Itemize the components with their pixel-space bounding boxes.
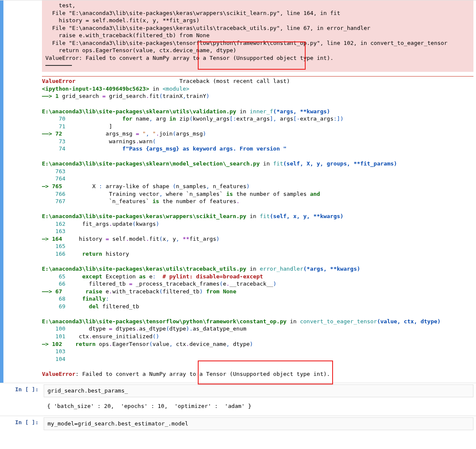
frame4-l67: ——> 67 raise e.with_traceback(filtered_t… [42, 288, 473, 295]
frame3-l166: 166 return history [42, 250, 473, 258]
prompt-area [3, 0, 42, 383]
cell-content: grid_search.best_params_ { 'batch_size' … [42, 383, 476, 416]
cell-bar [0, 416, 3, 433]
error-line: history = self.model.fit(x, y, **fit_arg… [45, 17, 470, 24]
error-line: File "E:\anaconda3\lib\site-packages\ker… [45, 9, 470, 17]
frame4-path: E:\anaconda3\lib\site-packages\keras\uti… [42, 265, 473, 273]
frame4-l69: 69 del filtered_tb [42, 303, 473, 310]
cell-active-bar [0, 0, 3, 383]
frame5-l101: 101 ctx.ensure_initialized() [42, 333, 473, 340]
error-line: return ops.EagerTensor(value, ctx.device… [45, 47, 470, 54]
frame4-l65: 65 except Exception as e: # pylint: disa… [42, 273, 473, 281]
frame2-l765: —> 765 X : array-like of shape (n_sample… [42, 183, 473, 190]
code-text: grid_search.best_params_ [48, 387, 470, 395]
frame5-l104: 104 [42, 355, 473, 363]
stderr-block: test, File "E:\anaconda3\lib\site-packag… [42, 0, 473, 72]
code-cell[interactable]: In [ ]: grid_search.best_params_ { 'batc… [0, 383, 476, 416]
error-line: ValueError: Failed to convert a NumPy ar… [45, 54, 470, 62]
cell-bar [0, 383, 3, 416]
traceback-block: ValueError Traceback (most recent call l… [42, 74, 473, 380]
error-line: raise e.with_traceback(filtered_tb) from… [45, 32, 470, 39]
frame5-l102: —> 102 return ops.EagerTensor(value, ctx… [42, 340, 473, 348]
frame4-l68: 68 finally: [42, 295, 473, 303]
prompt: In [ ]: [3, 416, 42, 433]
frame1-l70: 70 for name, arg in zip(kwonly_args[:ext… [42, 115, 473, 123]
frame5-l100: 100 dtype = dtypes.as_dtype(dtype).as_da… [42, 325, 473, 333]
output-cell-error: test, File "E:\anaconda3\lib\site-packag… [0, 0, 476, 383]
frame1-l72: ——> 72 args_msg = ", ".join(args_msg) [42, 130, 473, 138]
code-input[interactable]: my_model=grid_search.best_estimator_.mod… [44, 417, 473, 430]
frame2-l764: 764 [42, 175, 473, 183]
code-text: my_model=grid_search.best_estimator_.mod… [48, 420, 470, 428]
divider [42, 76, 473, 77]
tb-label: Traceback (most recent call last) [179, 78, 290, 84]
error-line: File "E:\anaconda3\lib\site-packages\ker… [45, 24, 470, 32]
frame3-l163: 163 [42, 227, 473, 235]
tb-source: <ipython-input-143-409649bc5623> in <mod… [42, 85, 473, 93]
src: <ipython-input-143-409649bc5623> [42, 86, 149, 92]
frame5-path: E:\anaconda3\lib\site-packages\tensorflo… [42, 318, 473, 325]
frame3-l164: —> 164 history = self.model.fit(x, y, **… [42, 235, 473, 243]
frame1-path: E:\anaconda3\lib\site-packages\sklearn\u… [42, 108, 473, 115]
frame3-path: E:\anaconda3\lib\site-packages\keras\wra… [42, 213, 473, 220]
frame1-l71: 71 ] [42, 123, 473, 130]
src-in: in [149, 86, 162, 92]
code-input[interactable]: grid_search.best_params_ [44, 384, 473, 397]
final-error: ValueError: Failed to convert a NumPy ar… [42, 370, 473, 378]
error-line: test, [45, 2, 470, 9]
frame3-l165: 165 [42, 242, 473, 250]
output-content: test, File "E:\anaconda3\lib\site-packag… [42, 0, 476, 383]
frame2-path: E:\anaconda3\lib\site-packages\sklearn\m… [42, 160, 473, 168]
frame0: ——> 1 grid_search = grid_search.fit(trai… [42, 92, 473, 100]
cell-output: { 'batch_size' : 20, 'epochs' : 10, 'opt… [44, 397, 473, 414]
src-mod: <module> [163, 86, 190, 92]
output-text: { 'batch_size' : 20, 'epochs' : 10, 'opt… [47, 402, 470, 410]
frame1-l73: 73 warnings.warn( [42, 138, 473, 145]
underline [45, 65, 72, 66]
cell-content: my_model=grid_search.best_estimator_.mod… [42, 416, 476, 433]
tb-header: ValueError Traceback (most recent call l… [42, 77, 473, 85]
err-name: ValueError [42, 78, 75, 84]
code-cell[interactable]: In [ ]: my_model=grid_search.best_estima… [0, 416, 476, 433]
frame2-l767: 767 `n_features` is the number of featur… [42, 198, 473, 205]
prompt: In [ ]: [3, 383, 42, 416]
frame2-l766: 766 Training vector, where `n_samples` i… [42, 190, 473, 198]
frame5-l103: 103 [42, 348, 473, 355]
error-line: File "E:\anaconda3\lib\site-packages\ten… [45, 39, 470, 47]
arrow: ——> 1 [42, 93, 62, 99]
frame2-l763: 763 [42, 168, 473, 175]
frame4-l66: 66 filtered_tb = _process_traceback_fram… [42, 280, 473, 288]
frame1-l74: 74 f"Pass {args_msg} as keyword args. Fr… [42, 145, 473, 153]
frame3-l162: 162 fit_args.update(kwargs) [42, 220, 473, 228]
